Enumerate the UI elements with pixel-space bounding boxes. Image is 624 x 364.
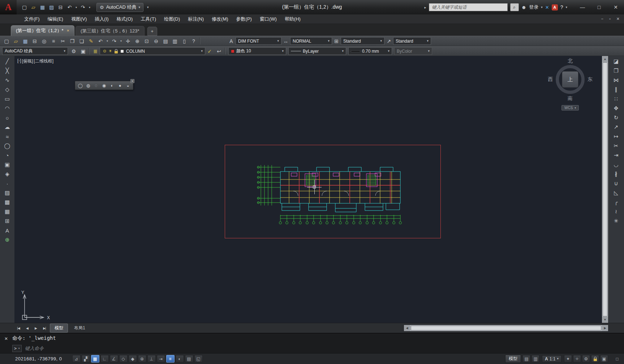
ellipse-icon[interactable]: ◯ <box>3 142 12 150</box>
multileader-style-combo[interactable]: Standard ▾ <box>393 37 431 45</box>
redo-menu-icon[interactable]: ▾ <box>119 37 123 45</box>
clean-screen-button[interactable]: □ <box>613 355 621 363</box>
application-menu-button[interactable]: A <box>0 0 17 14</box>
menu-item[interactable]: 绘图(D) <box>160 14 184 24</box>
open-icon[interactable]: ▱ <box>29 3 38 12</box>
extend-icon[interactable]: ⇥ <box>611 151 621 160</box>
sign-in-button[interactable]: 登录 <box>529 4 538 10</box>
vs-2d-wireframe-icon[interactable]: ◯ <box>77 82 84 89</box>
chamfer-icon[interactable]: ◺ <box>611 188 621 197</box>
menu-item[interactable]: 修改(M) <box>208 14 232 24</box>
layer-freeze-icon[interactable]: ☀ <box>108 48 113 54</box>
new-tab-button[interactable]: + <box>147 27 157 36</box>
qat-customize-button[interactable]: ▾ <box>146 5 150 9</box>
qnew-icon[interactable]: ▢ <box>2 37 11 45</box>
properties-palette-icon[interactable]: ▤ <box>161 37 170 45</box>
model-tab[interactable]: 模型 <box>50 324 68 333</box>
tool-palettes-icon[interactable]: ▯ <box>180 37 189 45</box>
redo-menu-icon[interactable]: ▾ <box>88 3 91 12</box>
undo-icon[interactable]: ↶ <box>65 3 74 12</box>
rotate-icon[interactable]: ↻ <box>611 113 621 122</box>
copy-icon[interactable]: ❐ <box>611 66 621 75</box>
undo-icon[interactable]: ↶ <box>96 37 105 45</box>
trim-icon[interactable]: ✂ <box>611 142 621 150</box>
design-center-icon[interactable]: ▥ <box>171 37 179 45</box>
hatch-icon[interactable]: ▨ <box>3 188 12 197</box>
vs-hidden-icon[interactable]: ◌ <box>92 82 100 89</box>
polygon-icon[interactable]: ◇ <box>3 85 12 94</box>
table-style-icon[interactable]: ⊞ <box>332 37 341 45</box>
menu-item[interactable]: 工具(T) <box>137 14 160 24</box>
close-icon[interactable]: ✕ <box>4 336 8 341</box>
menu-item[interactable]: 文件(F) <box>20 14 44 24</box>
workspace-combo[interactable]: AutoCAD 经典 ▾ <box>2 47 68 55</box>
vs-realistic-icon[interactable]: ◉ <box>100 82 108 89</box>
last-layout-button[interactable]: ▶| <box>40 325 48 332</box>
infer-constraints-icon[interactable]: ⊿ <box>72 355 81 363</box>
gradient-icon[interactable]: ▩ <box>3 198 12 207</box>
scroll-down-button[interactable]: ▼ <box>602 317 608 323</box>
document-minimize-button[interactable]: − <box>601 17 603 21</box>
make-object-layer-current-icon[interactable]: ✓ <box>205 47 214 55</box>
file-tab[interactable]: (第三组）住宅（5，6）123* <box>76 26 145 36</box>
multileader-style-icon[interactable]: ↗ <box>384 37 393 45</box>
viewcube-compass-ring[interactable]: 上 <box>556 65 585 94</box>
horizontal-scroll-thumb[interactable] <box>411 326 601 330</box>
scroll-up-button[interactable]: ▲ <box>602 56 608 62</box>
revision-cloud-icon[interactable]: ☁ <box>3 123 12 131</box>
layer-properties-manager-icon[interactable]: ≣ <box>91 47 100 55</box>
break-at-point-icon[interactable]: ◡ <box>611 160 621 169</box>
scale-icon[interactable]: ↗ <box>611 123 621 131</box>
snap-mode-icon[interactable]: ▞ <box>82 355 90 363</box>
maximize-button[interactable]: □ <box>591 0 607 14</box>
menu-item[interactable]: 格式(O) <box>113 14 137 24</box>
qnew-icon[interactable]: ▢ <box>20 3 29 12</box>
polar-tracking-icon[interactable]: ∠ <box>110 355 118 363</box>
menu-item[interactable]: 标注(N) <box>184 14 208 24</box>
paste-icon[interactable]: ❏ <box>77 37 86 45</box>
grid-display-icon[interactable]: ▦ <box>91 355 99 363</box>
cut-icon[interactable]: ✂ <box>59 37 67 45</box>
quick-properties-icon[interactable]: ▤ <box>185 355 193 363</box>
autodesk-360-icon[interactable]: ✕ <box>545 5 549 10</box>
search-arrow-icon[interactable]: ▸ <box>424 5 426 9</box>
help-icon[interactable]: ? <box>560 4 563 10</box>
redo-icon[interactable]: ↷ <box>79 3 87 12</box>
array-icon[interactable]: ∷ <box>611 95 621 103</box>
workspace-combo-titlebar[interactable]: ⚙ AutoCAD 经典 ▾ <box>96 3 143 12</box>
workspace-switching-icon[interactable]: ⚙ <box>582 355 590 363</box>
annotation-scale-button[interactable]: A 1:1 ▾ <box>542 355 561 363</box>
document-restore-button[interactable]: ▫ <box>609 17 611 21</box>
insert-block-icon[interactable]: ▣ <box>3 160 12 169</box>
text-style-combo[interactable]: DIM FONT ▾ <box>236 37 281 45</box>
explode-icon[interactable]: ✳ <box>611 217 621 225</box>
viewcube-south-label[interactable]: 南 <box>545 94 595 102</box>
save-icon[interactable]: ▦ <box>38 3 47 12</box>
polyline-icon[interactable]: ∿ <box>3 76 12 84</box>
save-icon[interactable]: ▦ <box>21 37 30 45</box>
menu-item[interactable]: 窗口(W) <box>256 14 281 24</box>
arc-icon[interactable]: ◠ <box>3 104 12 113</box>
wcs-menu-button[interactable]: WCS ▾ <box>561 105 579 110</box>
dynamic-ucs-icon[interactable]: ⊥ <box>147 355 156 363</box>
help-menu-icon[interactable]: ▾ <box>565 6 567 9</box>
view-controls-button[interactable]: [俯视] <box>22 58 33 64</box>
dimension-style-combo[interactable]: NORMAL ▾ <box>290 37 332 45</box>
sign-in-menu-icon[interactable]: ▾ <box>541 6 543 9</box>
zoom-realtime-icon[interactable]: ⊕ <box>133 37 142 45</box>
hardware-acceleration-icon[interactable]: ▣ <box>600 355 608 363</box>
table-icon[interactable]: ⊞ <box>3 217 12 225</box>
quick-view-layouts-icon[interactable]: ▤ <box>522 355 530 363</box>
circle-icon[interactable]: ○ <box>3 113 12 122</box>
scroll-right-button[interactable]: ▶ <box>602 325 608 331</box>
command-input[interactable]: > ▾ 键入命令 <box>12 343 624 354</box>
make-block-icon[interactable]: ◈ <box>3 170 12 178</box>
layer-lock-icon[interactable] <box>114 48 119 54</box>
break-icon[interactable]: ∦ <box>611 170 621 178</box>
blend-curves-icon[interactable]: ≀ <box>611 207 621 216</box>
exchange-apps-icon[interactable]: A <box>552 4 558 10</box>
point-icon[interactable]: ∙ <box>3 179 12 188</box>
dimension-style-icon[interactable]: ↔ <box>281 37 290 45</box>
zoom-previous-icon[interactable]: ⊖ <box>152 37 160 45</box>
annotation-visibility-icon[interactable]: ✦ <box>564 355 572 363</box>
